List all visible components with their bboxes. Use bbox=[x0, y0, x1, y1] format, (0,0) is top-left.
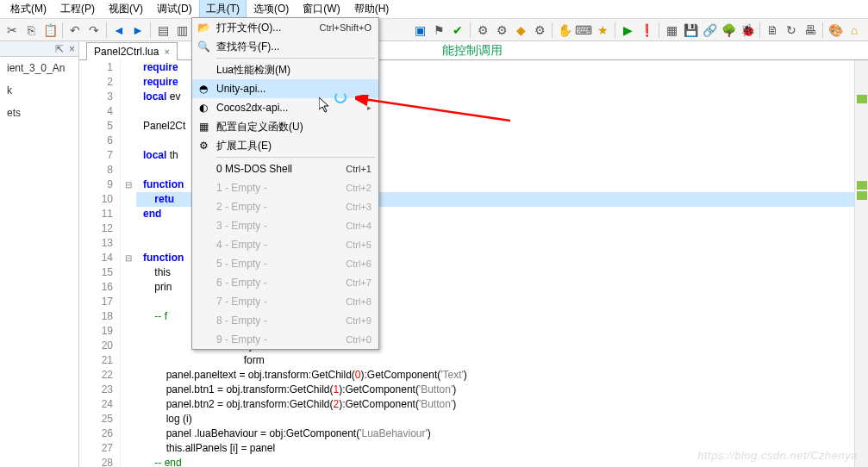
menu-project[interactable]: 工程(P) bbox=[53, 0, 102, 19]
tb-cut-icon[interactable]: ✂ bbox=[3, 22, 21, 39]
code-line[interactable]: form bbox=[136, 353, 868, 368]
tb-debug-icon[interactable]: 🐞 bbox=[739, 22, 756, 39]
loading-spinner-icon bbox=[334, 91, 347, 103]
menu-empty-slot: 9 - Empty -Ctrl+0 bbox=[192, 330, 378, 349]
scrollbar[interactable] bbox=[854, 60, 868, 467]
banner-text: 能控制调用 bbox=[439, 41, 506, 59]
menu-empty-slot: 3 - Empty -Ctrl+4 bbox=[192, 216, 378, 235]
tb-back-icon[interactable]: ◄ bbox=[110, 22, 128, 39]
menu-format[interactable]: 格式(M) bbox=[3, 0, 53, 19]
tb-keyboard-icon[interactable]: ⌨ bbox=[575, 22, 592, 39]
side-pin-icon[interactable]: ⇱ bbox=[55, 43, 64, 55]
tb-bookmark-icon[interactable]: ▣ bbox=[411, 22, 428, 39]
side-close-icon[interactable]: × bbox=[69, 43, 75, 55]
tb-check-icon[interactable]: ✔ bbox=[449, 22, 466, 39]
menu-ext-tools[interactable]: ⚙ 扩展工具(E) bbox=[192, 136, 378, 155]
tb-cfg-icon[interactable]: ⚙ bbox=[531, 22, 548, 39]
file-tab[interactable]: Panel2Ctrl.lua × bbox=[86, 42, 178, 60]
menu-open-file[interactable]: 📂 打开文件(O)... Ctrl+Shift+O bbox=[192, 18, 378, 37]
menu-separator bbox=[216, 58, 375, 59]
menu-empty-slot: 1 - Empty -Ctrl+2 bbox=[192, 178, 378, 197]
menu-help[interactable]: 帮助(H) bbox=[347, 0, 397, 19]
side-panel: ⇱ × ient_3_0_An k ets bbox=[0, 41, 79, 467]
tb-undo-icon[interactable]: ↶ bbox=[66, 22, 84, 39]
tab-close-icon[interactable]: × bbox=[164, 47, 169, 57]
menu-lua-perf[interactable]: Lua性能检测(M) bbox=[192, 60, 378, 79]
tb-link-icon[interactable]: 🔗 bbox=[701, 22, 718, 39]
tab-title: Panel2Ctrl.lua bbox=[94, 46, 159, 58]
menu-cocos-api[interactable]: ◐ Cocos2dx-api... ▸ bbox=[192, 98, 378, 117]
code-line[interactable]: panel.btn2 = obj.transform:GetChild(2):G… bbox=[136, 397, 868, 412]
menu-tools[interactable]: 工具(T) bbox=[199, 0, 247, 19]
tb-tree-icon[interactable]: 🌳 bbox=[720, 22, 737, 39]
tb-save-icon[interactable]: 💾 bbox=[682, 22, 699, 39]
tb-indent-icon[interactable]: ▤ bbox=[154, 22, 172, 39]
menu-options[interactable]: 选项(O) bbox=[247, 0, 296, 19]
cocos-icon: ◐ bbox=[196, 100, 211, 115]
tb-hand-icon[interactable]: ✋ bbox=[556, 22, 573, 39]
tb-home-icon[interactable]: ⌂ bbox=[846, 22, 863, 39]
tb-copy-icon[interactable]: ⎘ bbox=[22, 22, 40, 39]
menu-window[interactable]: 窗口(W) bbox=[296, 0, 347, 19]
tb-gear-icon[interactable]: ⚙ bbox=[474, 22, 491, 39]
menu-empty-slot: 7 - Empty -Ctrl+8 bbox=[192, 292, 378, 311]
menu-find-symbol[interactable]: 🔍 查找符号(F)... bbox=[192, 37, 378, 56]
unity-icon: ◓ bbox=[196, 81, 211, 97]
tb-paste-icon[interactable]: 📋 bbox=[41, 22, 59, 39]
tools-dropdown: 📂 打开文件(O)... Ctrl+Shift+O 🔍 查找符号(F)... L… bbox=[191, 17, 379, 350]
menu-empty-slot: 8 - Empty -Ctrl+9 bbox=[192, 311, 378, 330]
menu-empty-slot: 6 - Empty -Ctrl+7 bbox=[192, 273, 378, 292]
tb-favorite-icon[interactable]: ★ bbox=[594, 22, 611, 39]
tb-tag-icon[interactable]: ◆ bbox=[512, 22, 529, 39]
tb-text-icon[interactable]: 🗎 bbox=[764, 22, 781, 39]
menu-msdos[interactable]: 0 MS-DOS Shell Ctrl+1 bbox=[192, 159, 378, 178]
menu-custom-func[interactable]: ▦ 配置自定义函数(U) bbox=[192, 117, 378, 136]
tb-marker-icon[interactable]: ⚑ bbox=[430, 22, 447, 39]
tree-item[interactable]: k bbox=[2, 83, 77, 98]
tb-db-icon[interactable]: ▦ bbox=[663, 22, 680, 39]
main-area: ⇱ × ient_3_0_An k ets Panel2Ctrl.lua × 能… bbox=[0, 41, 868, 467]
tb-run-icon[interactable]: ▶ bbox=[619, 22, 636, 39]
menu-debug[interactable]: 调试(D) bbox=[150, 0, 199, 19]
submenu-arrow-icon: ▸ bbox=[367, 103, 372, 112]
tools-icon: ⚙ bbox=[196, 138, 211, 153]
search-icon: 🔍 bbox=[196, 39, 211, 54]
menubar: 格式(M) 工程(P) 视图(V) 调试(D) 工具(T) 选项(O) 窗口(W… bbox=[0, 0, 868, 19]
toolbar: ✂ ⎘ 📋 ↶ ↷ ◄ ► ▤ ▥ ⎌ ▣ ⚑ ✔ ⚙ ⚙ ◆ ⚙ ✋ ⌨ ★ … bbox=[0, 19, 868, 41]
menu-separator bbox=[216, 157, 375, 158]
code-line[interactable]: panel.btn1 = obj.transform:GetChild(1):G… bbox=[136, 383, 868, 397]
code-line[interactable]: log (i) bbox=[136, 412, 868, 427]
menu-empty-slot: 4 - Empty -Ctrl+5 bbox=[192, 235, 378, 254]
tb-palette-icon[interactable]: 🎨 bbox=[827, 22, 844, 39]
side-tree[interactable]: ient_3_0_An k ets bbox=[0, 57, 78, 124]
tree-item[interactable]: ets bbox=[2, 105, 77, 121]
menu-view[interactable]: 视图(V) bbox=[102, 0, 150, 19]
menu-empty-slot: 2 - Empty -Ctrl+3 bbox=[192, 197, 378, 216]
code-line[interactable]: panel.paneltext = obj.transform:GetChild… bbox=[136, 368, 868, 383]
tb-redo-icon[interactable]: ↷ bbox=[85, 22, 103, 39]
tb-loop-icon[interactable]: ↻ bbox=[783, 22, 800, 39]
watermark: https://blog.csdn.net/Czhenya bbox=[697, 449, 858, 462]
tb-warn-icon[interactable]: ❗ bbox=[638, 22, 655, 39]
menu-unity-api[interactable]: ◓ Unity-api... bbox=[192, 79, 378, 98]
fold-column[interactable]: ⊟⊟ bbox=[121, 60, 136, 467]
code-line[interactable]: panel .luaBehaviour = obj:GetComponent('… bbox=[136, 427, 868, 441]
tb-outdent-icon[interactable]: ▥ bbox=[173, 22, 190, 39]
tb-gear2-icon[interactable]: ⚙ bbox=[493, 22, 510, 39]
tb-fwd-icon[interactable]: ► bbox=[129, 22, 147, 39]
menu-empty-slot: 5 - Empty -Ctrl+6 bbox=[192, 254, 378, 273]
tb-print-icon[interactable]: 🖶 bbox=[802, 22, 819, 39]
config-icon: ▦ bbox=[196, 119, 211, 134]
tree-item[interactable]: ient_3_0_An bbox=[2, 60, 77, 76]
line-gutter: 1234567891011121314151617181920212223242… bbox=[79, 60, 121, 467]
folder-icon: 📂 bbox=[196, 20, 211, 35]
side-header: ⇱ × bbox=[0, 41, 78, 57]
